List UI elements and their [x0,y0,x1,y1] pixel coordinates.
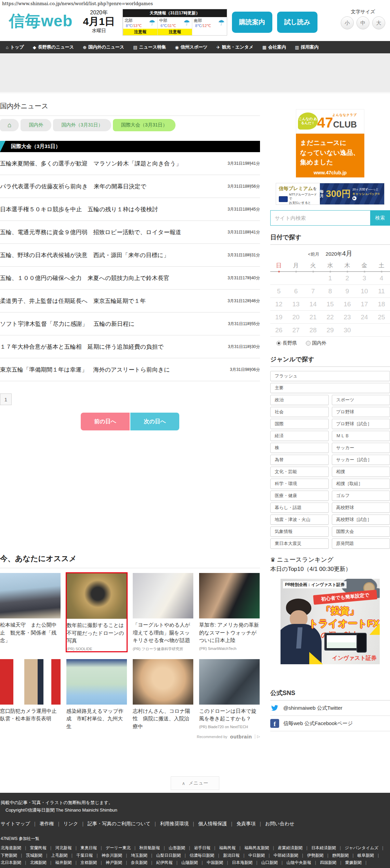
participant-paper-link[interactable]: 山陽新聞｜ [181,859,207,867]
calendar-date[interactable]: 3 [356,272,373,285]
calendar-date[interactable]: 29 [322,324,339,337]
participant-paper-link[interactable]: 神戸新聞｜ [106,859,131,867]
calendar-date[interactable]: 25 [373,311,390,324]
participant-paper-link[interactable]: 山梨日日新聞｜ [156,852,190,859]
calendar-date[interactable]: 13 [287,298,304,311]
participant-paper-link[interactable]: 徳島新聞｜ [1,867,26,868]
recommend-card-title[interactable]: 草加市: アメリカ発の革新的なスマートウォッチがついに日本上陸 [199,621,260,644]
news-title-link[interactable]: 五輪、電通元専務に資金９億円弱 招致ロビー活動で、ロイター報道 [0,228,185,236]
outbrain-adchoices-icon[interactable]: ▷ [255,734,260,739]
recommend-card-title[interactable]: 松本城天守 また公開中止 観光客・関係者「残念」 [0,621,61,644]
participant-paper-link[interactable]: 四国新聞｜ [320,859,345,867]
genre-button[interactable]: 社会 [270,407,329,417]
recommend-card-title[interactable]: 志村けんさん、コロナ陽性 病院に搬送、入院治療中 [133,707,193,731]
participant-paper-link[interactable]: 秋田魁新報｜ [139,844,169,852]
participant-paper-link[interactable]: 日本海新聞｜ [232,859,261,867]
genre-button[interactable]: 高校野球［試合］ [332,515,390,525]
recommend-card[interactable]: 感染経路見えるマップ作成 市町村単位、九州大生 [66,659,127,731]
breadcrumb-kokunaigai[interactable]: 国内外 [21,119,51,131]
calendar-date[interactable]: 24 [356,311,373,324]
participant-paper-link[interactable]: 大分合同新聞｜ [80,867,114,868]
genre-button[interactable]: 相撲［取組］ [332,479,390,489]
news-list-item[interactable]: １７年大枠合意が基本と五輪相 延期に伴う追加経費の負担で 3月31日11時30分 [0,335,260,358]
genre-button[interactable]: ＭＬＢ [332,431,390,441]
breadcrumb-home[interactable]: ⌂ [0,119,19,131]
recommend-card[interactable]: 草加市: アメリカ発の革新的なスマートウォッチがついに日本上陸 (PR) Sma… [199,573,260,652]
calendar-date[interactable]: 11 [373,285,390,298]
news-list-item[interactable]: 五輪、野球の日本代表候補が決意 西武・源田「来年の目標に」 3月31日18時31… [0,244,260,267]
genre-button[interactable]: 政治 [270,395,329,405]
calendar-date[interactable]: 17 [356,298,373,311]
participant-paper-link[interactable]: 東奥日報｜ [80,844,106,852]
genre-button[interactable]: 文化・芸能 [270,467,329,477]
calendar-date[interactable]: 16 [339,298,356,311]
participant-paper-link[interactable]: 南日本新聞｜ [231,867,261,868]
participant-paper-link[interactable]: 室蘭民報｜ [30,844,55,852]
participant-paper-link[interactable]: 山陰中央新報｜ [286,859,320,867]
search-input[interactable] [270,210,370,226]
participant-paper-link[interactable]: 河北新報｜ [55,844,81,852]
nav-item[interactable]: ▦ 会社案内 [258,44,290,50]
participant-paper-link[interactable]: 熊本日日新聞｜ [198,867,231,868]
calendar-date[interactable] [304,272,322,285]
recommend-card[interactable]: 松本城天守 また公開中止 観光客・関係者「残念」 [0,573,61,652]
calendar-date[interactable]: 14 [304,298,322,311]
footer-link[interactable]: リンク｜ [63,821,88,827]
participant-paper-link[interactable]: 静岡新聞｜ [332,852,358,859]
participant-paper-link[interactable]: 高知新聞｜ [26,867,51,868]
calendar-date[interactable]: 9 [339,285,356,298]
participant-paper-link[interactable]: 岐阜新聞｜ [358,852,383,859]
subscribe-button[interactable]: 購読案内 [232,12,272,33]
calendar-date[interactable]: 6 [287,285,304,298]
calendar-date[interactable] [373,324,390,337]
participant-paper-link[interactable]: 上毛新聞｜ [51,852,77,859]
calendar-date[interactable]: 5 [270,285,287,298]
ad-47club[interactable]: こんなの あるんだ！ よんななクラブ 47CLUB まだニュースに なっていない… [296,109,364,177]
participant-paper-link[interactable]: 京都新聞｜ [80,859,106,867]
participant-paper-link[interactable]: 信濃毎日新聞｜ [190,852,223,859]
calendar-date[interactable]: 12 [270,298,287,311]
participant-paper-link[interactable]: 沖縄タイムス｜ [261,867,295,868]
participant-paper-link[interactable]: 長崎新聞｜ [147,867,173,868]
participant-paper-link[interactable]: 岩手日報｜ [194,844,219,852]
participant-paper-link[interactable]: 伊勢新聞｜ [307,852,332,859]
recommend-card[interactable]: このドローンは日本で旋風を巻き起こすかも？ (PR) Blade720 on N… [199,659,260,731]
recommend-card-title[interactable]: 感染経路見えるマップ作成 市町村単位、九州大生 [66,707,127,731]
calendar-date[interactable]: 18 [373,298,390,311]
participant-paper-link[interactable]: 産業経済新聞｜ [278,844,311,852]
calendar-date[interactable]: 28 [304,324,322,337]
nav-item[interactable]: ⊕ 国内外のニュース [78,44,129,50]
fontsize-small-button[interactable]: 小 [341,16,354,29]
footer-link[interactable]: お問い合わせ｜ [265,821,294,827]
participant-paper-link[interactable]: 福井新聞｜ [55,859,81,867]
calendar-date[interactable]: 7 [304,285,322,298]
news-title-link[interactable]: 東京五輪「準備期間１年は幸運」 海外のアスリートら前向きに [0,366,173,374]
genre-button[interactable]: 地震・津波・火山 [270,515,329,525]
news-list-item[interactable]: 五輪、電通元専務に資金９億円弱 招致ロビー活動で、ロイター報道 3月31日18時… [0,221,260,244]
news-list-item[interactable]: パラ代表選手の佐藤友祈ら前向き 来年の開幕日決定で 3月31日18時56分 [0,175,260,198]
genre-button[interactable]: ゴルフ [332,491,390,501]
participant-paper-link[interactable]: 中日新聞｜ [248,852,274,859]
breadcrumb-kokunaigai-date[interactable]: 国内外（3月31日） [53,119,111,131]
footer-link[interactable]: 免責事項｜ [236,821,265,827]
participant-paper-link[interactable]: 紀伊民報｜ [156,859,182,867]
footer-link[interactable]: 記事・写真のご利用について｜ [88,821,160,827]
recommend-card[interactable]: 志村けんさん、コロナ陽性 病院に搬送、入院治療中 [133,659,193,731]
calendar-date[interactable] [287,272,304,285]
participant-paper-link[interactable]: 新潟日報｜ [223,852,248,859]
recommend-card-title[interactable]: 数年前に撮影することは不可能だったドローンの写真 [67,622,127,645]
calendar-date[interactable]: 23 [339,311,356,324]
ad-shinmai-premium[interactable]: 信毎プレミアムを NTTグループカードでお支払いすると 毎月 300円 20ヶ月… [276,183,385,205]
fontsize-large-button[interactable]: 大 [372,16,385,29]
participant-paper-link[interactable]: 北海道新聞｜ [1,844,30,852]
genre-button[interactable]: サッカー［試合］ [332,455,390,465]
calendar-date[interactable]: 4 [373,272,390,285]
participant-paper-link[interactable]: 北國新聞｜ [30,859,55,867]
news-title-link[interactable]: 柔道男子、井上監督は任期延長へ 東京五輪延期で１年 [0,297,149,305]
participant-paper-link[interactable]: 中国新聞｜ [207,859,232,867]
fontsize-medium-button[interactable]: 中 [356,16,369,29]
calendar-prev-month[interactable]: <前月 [308,251,320,257]
outbrain-logo[interactable]: outbrain [230,734,252,739]
genre-button[interactable]: サッカー [332,443,390,453]
calendar-date[interactable]: 27 [287,324,304,337]
